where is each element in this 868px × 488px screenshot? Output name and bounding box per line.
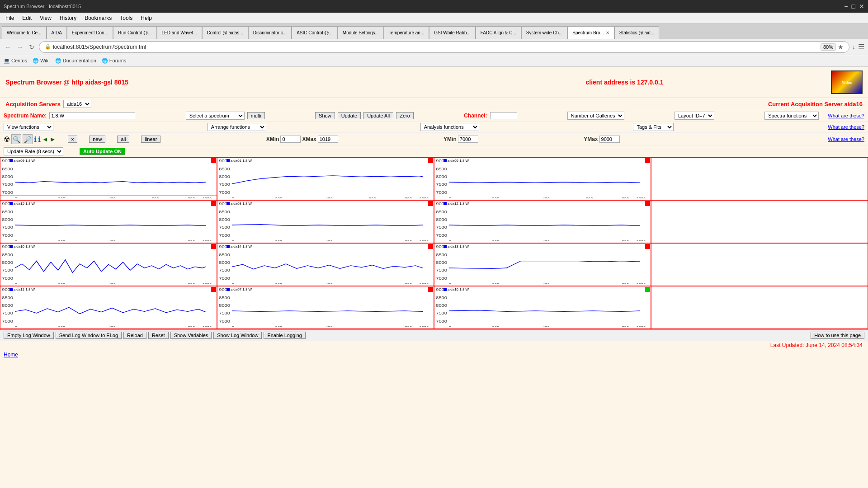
svg-text:7500: 7500 (2, 182, 13, 187)
chart-svg-aida07: 9000 8500 8000 7500 7000 0 200 400 800 1… (217, 286, 434, 327)
next-icon[interactable]: ► (50, 136, 56, 143)
svg-text:8000: 8000 (436, 174, 447, 179)
bookmark-wiki[interactable]: 🌐 Wiki (33, 58, 50, 64)
minimize-btn[interactable]: − (844, 3, 848, 10)
chart-aida13: aida13 1.8.W 9000 8500 8000 7500 7000 0 … (434, 243, 651, 286)
tags-fits-select[interactable]: Tags & Fits (633, 123, 674, 131)
chart-empty2 (651, 200, 868, 243)
tab-fadc[interactable]: FADC Align & C... (476, 26, 521, 39)
linear-btn[interactable]: linear (141, 136, 160, 143)
tab-gsi[interactable]: GSI White Rabb... (429, 26, 476, 39)
tab-welcome[interactable]: Welcome to Ce... (2, 26, 47, 39)
chart-marker-aida11 (211, 287, 216, 292)
zoom-out-icon[interactable]: 🔎 (23, 134, 33, 144)
address-bar[interactable]: 🔒 localhost:8015/Spectrum/Spectrum.tml 8… (39, 41, 849, 53)
what-are-these-2[interactable]: What are these? (828, 124, 864, 130)
xmin-input[interactable] (280, 136, 301, 143)
svg-text:7000: 7000 (436, 233, 447, 238)
tab-statistics[interactable]: Statistics @ aid... (614, 26, 659, 39)
tab-experiment[interactable]: Experiment Con... (67, 26, 113, 39)
what-are-these-3[interactable]: What are these? (828, 136, 864, 142)
x-btn[interactable]: x (68, 136, 78, 143)
chart-marker-aida15 (211, 201, 216, 206)
reset-btn[interactable]: Reset (148, 332, 169, 339)
back-btn[interactable]: ← (4, 42, 13, 52)
bookmark-forums[interactable]: 🌐 Forums (102, 58, 126, 64)
analysis-functions-select[interactable]: Analysis functions (420, 123, 479, 131)
svg-text:7500: 7500 (219, 311, 230, 315)
acquisition-server-select[interactable]: aida16 (63, 100, 91, 108)
downloads-icon[interactable]: ↓ (852, 43, 855, 51)
chart-marker-aida01 (428, 158, 433, 163)
forward-btn[interactable]: → (15, 42, 24, 52)
channel-input[interactable] (490, 112, 517, 119)
reload-btn[interactable]: ↻ (27, 42, 36, 52)
svg-text:7500: 7500 (2, 311, 13, 315)
xmax-input[interactable] (318, 136, 338, 143)
tab-control[interactable]: Control @ aidas... (202, 26, 248, 39)
maximize-btn[interactable]: □ (852, 3, 855, 10)
menu-edit[interactable]: Edit (19, 14, 35, 22)
menu-history[interactable]: History (56, 14, 80, 22)
multi-btn[interactable]: multi (247, 112, 265, 119)
all-btn[interactable]: all (117, 136, 129, 143)
new-btn[interactable]: new (89, 136, 105, 143)
menu-view[interactable]: View (36, 14, 55, 22)
show-variables-btn[interactable]: Show Variables (170, 332, 212, 339)
reload-btn-bottom[interactable]: Reload (123, 332, 146, 339)
send-log-btn[interactable]: Send Log Window to ELog (56, 332, 122, 339)
auto-update-btn[interactable]: Auto Update ON (80, 148, 125, 155)
tab-asic[interactable]: ASIC Control @... (292, 26, 338, 39)
tab-aida[interactable]: AIDA (47, 26, 67, 39)
bookmark-centos[interactable]: 💻 Centos (4, 58, 27, 64)
tab-led[interactable]: LED and Wavef... (157, 26, 202, 39)
svg-text:600: 600 (586, 196, 593, 198)
acquisition-row: Acquisition Servers aida16 Current Acqui… (0, 98, 868, 110)
show-btn[interactable]: Show (315, 112, 335, 119)
menu-file[interactable]: File (2, 14, 18, 22)
empty-log-btn[interactable]: Empty Log Window (4, 332, 54, 339)
prev-icon[interactable]: ◄ (42, 136, 48, 143)
number-of-galleries-select[interactable]: Number of Galleries (567, 112, 624, 120)
menu-icon[interactable]: ☰ (858, 42, 864, 51)
tab-system[interactable]: System wide Ch... (521, 26, 568, 39)
radioactive-icon[interactable]: ☢ (4, 135, 10, 144)
chart-svg-aida14: 9000 8500 8000 7500 7000 0 200 400 800 1… (217, 244, 434, 284)
show-log-btn[interactable]: Show Log Window (213, 332, 262, 339)
home-link[interactable]: Home (4, 352, 18, 358)
select-spectrum[interactable]: Select a spectrum (186, 112, 245, 120)
tab-module[interactable]: Module Settings... (338, 26, 384, 39)
ymin-input[interactable] (458, 136, 478, 143)
tab-temperature[interactable]: Temperature an... (384, 26, 429, 39)
tab-discriminator[interactable]: Discriminator c... (248, 26, 292, 39)
spectrum-name-input[interactable]: 1.8.W (49, 112, 135, 119)
update-btn[interactable]: Update (338, 112, 361, 119)
bookmark-documentation[interactable]: 🌐 Documentation (55, 58, 96, 64)
update-rate-select[interactable]: Update Rate (8 secs) (4, 147, 63, 155)
how-to-use-btn[interactable]: How to use this page (811, 332, 864, 339)
update-all-btn[interactable]: Update All (363, 112, 393, 119)
menu-tools[interactable]: Tools (116, 14, 136, 22)
info2-icon[interactable]: ℹ (38, 135, 41, 144)
svg-text:0: 0 (15, 282, 18, 284)
close-btn[interactable]: ✕ (859, 3, 864, 10)
zero-btn[interactable]: Zero (396, 112, 414, 119)
chart-empty3 (651, 243, 868, 286)
menu-bookmarks[interactable]: Bookmarks (81, 14, 115, 22)
svg-text:1000: 1000 (636, 196, 646, 198)
view-functions-select[interactable]: View functions (4, 123, 53, 131)
window-controls[interactable]: − □ ✕ (844, 3, 864, 10)
ymax-input[interactable] (599, 136, 620, 143)
tab-spectrum[interactable]: Spectrum Bro... ✕ (567, 26, 614, 39)
info1-icon[interactable]: ℹ (34, 135, 37, 144)
layout-id-select[interactable]: Layout ID=7 (675, 112, 714, 120)
menu-help[interactable]: Help (137, 14, 156, 22)
what-are-these-1[interactable]: What are these? (828, 113, 864, 118)
ymin-label: YMin (443, 136, 457, 142)
arrange-functions-select[interactable]: Arrange functions (208, 123, 266, 131)
zoom-in-icon[interactable]: 🔍 (11, 134, 21, 144)
tab-close-spectrum[interactable]: ✕ (606, 30, 609, 35)
tab-runcontrol[interactable]: Run Control @... (113, 26, 157, 39)
spectra-functions-select[interactable]: Spectra functions (764, 112, 819, 120)
enable-logging-btn[interactable]: Enable Logging (264, 332, 305, 339)
